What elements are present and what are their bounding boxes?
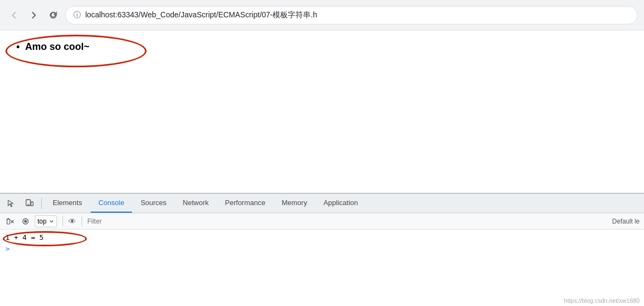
devtools-panel: Elements Console Sources Network Perform… <box>0 193 644 306</box>
chevron-down-icon <box>49 219 54 224</box>
device-icon <box>25 199 34 208</box>
clear-console-button[interactable] <box>4 215 16 227</box>
console-separator-2 <box>81 216 82 226</box>
devtools-tabs-bar: Elements Console Sources Network Perform… <box>0 194 644 213</box>
watermark-text: https://blog.csdn.net/xw1680 <box>564 297 640 304</box>
context-selector-label: top <box>37 218 47 225</box>
browser-toolbar: ⓘ <box>0 0 644 30</box>
page-text-area: • Amo so cool~ <box>0 30 644 63</box>
context-selector[interactable]: top <box>35 215 57 227</box>
reload-button[interactable] <box>46 8 61 23</box>
tab-performance[interactable]: Performance <box>217 194 273 213</box>
console-output-text: 1 + 4 = 5 <box>5 233 43 243</box>
svg-point-7 <box>24 220 27 222</box>
cursor-icon <box>7 199 15 208</box>
prompt-arrow-icon: > <box>5 245 10 253</box>
address-bar[interactable]: ⓘ <box>65 6 637 24</box>
console-separator-1 <box>62 216 63 226</box>
tab-memory[interactable]: Memory <box>274 194 315 213</box>
console-output-line: 1 + 4 = 5 <box>0 232 644 244</box>
svg-rect-1 <box>31 202 33 206</box>
eye-icon[interactable]: 👁 <box>68 217 76 226</box>
tab-elements[interactable]: Elements <box>45 194 90 213</box>
tab-sources[interactable]: Sources <box>133 194 174 213</box>
default-level-label: Default le <box>612 218 640 225</box>
console-prompt[interactable]: > <box>0 244 644 254</box>
stop-recording-button[interactable] <box>20 215 31 227</box>
page-content: • Amo so cool~ <box>0 30 644 193</box>
tab-separator-1 <box>41 198 42 209</box>
svg-rect-3 <box>7 219 10 224</box>
device-icon-group <box>21 194 38 213</box>
url-input[interactable] <box>85 11 629 20</box>
bullet-point: • <box>16 41 20 53</box>
tab-application[interactable]: Application <box>316 194 366 213</box>
inspector-icon-group <box>2 194 20 213</box>
security-icon: ⓘ <box>73 10 81 20</box>
console-output: 1 + 4 = 5 > https://blog.csdn.net/xw1680 <box>0 229 644 306</box>
page-list-item: • Amo so cool~ <box>16 41 628 53</box>
filter-input[interactable] <box>87 218 609 225</box>
console-toolbar: top 👁 Default le <box>0 213 644 229</box>
tab-console[interactable]: Console <box>91 194 132 213</box>
forward-button[interactable] <box>26 8 41 23</box>
tab-network[interactable]: Network <box>175 194 217 213</box>
back-button[interactable] <box>7 8 22 23</box>
list-item-text: Amo so cool~ <box>25 41 90 53</box>
